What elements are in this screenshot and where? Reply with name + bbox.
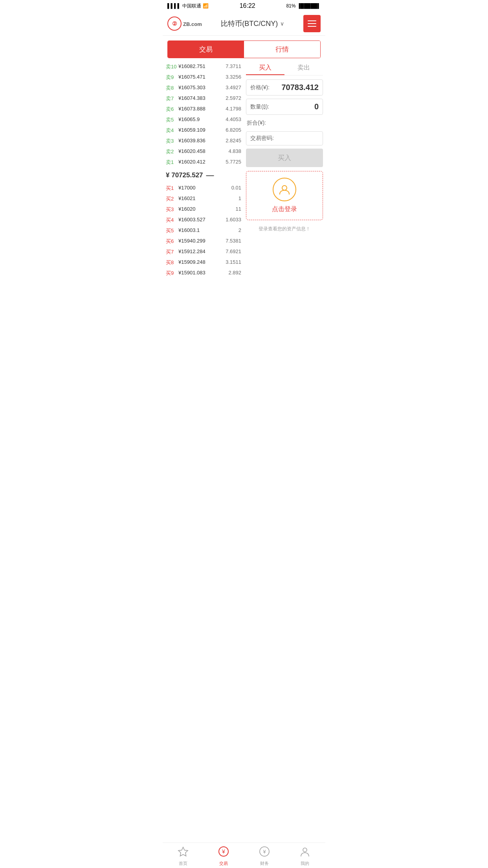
buy-order-row: 买1 ¥17000 0.01 xyxy=(165,183,242,193)
password-field[interactable]: 交易密码: xyxy=(246,131,323,145)
buy-label: 买4 xyxy=(166,217,177,224)
sell-price: ¥16059.109 xyxy=(177,127,226,134)
sell-order-row: 卖6 ¥16073.888 4.1798 xyxy=(165,104,242,114)
sell-price: ¥16073.888 xyxy=(177,106,226,113)
battery-percent: 81% xyxy=(286,3,295,9)
buy-amount: 0.01 xyxy=(231,185,241,192)
sell-price: ¥16039.836 xyxy=(177,138,226,145)
svg-point-0 xyxy=(282,186,287,190)
signal-icon: ▌▌▌▌ xyxy=(167,3,181,9)
sell-label: 卖8 xyxy=(166,85,177,92)
buy-price: ¥16003.1 xyxy=(177,227,238,234)
sell-amount: 6.8205 xyxy=(226,127,241,134)
buy-amount: 2.892 xyxy=(228,270,241,277)
buy-label: 买1 xyxy=(166,185,177,192)
sell-amount: 5.7725 xyxy=(226,159,241,166)
buy-label: 买7 xyxy=(166,248,177,256)
chevron-down-icon: ∨ xyxy=(280,20,284,27)
buy-price: ¥16020 xyxy=(177,206,236,213)
sell-order-row: 卖10 ¥16082.751 7.3711 xyxy=(165,61,242,72)
buy-price: ¥15912.284 xyxy=(177,248,226,256)
sell-order-row: 卖9 ¥16075.471 3.3256 xyxy=(165,72,242,83)
sell-label: 卖7 xyxy=(166,95,177,102)
status-time: 16:22 xyxy=(240,2,255,9)
status-left: ▌▌▌▌ 中国联通 📶 xyxy=(167,3,209,9)
menu-button[interactable] xyxy=(303,15,321,32)
menu-line xyxy=(308,20,316,21)
logo-icon: ② xyxy=(167,17,182,31)
logo: ② ZB.com xyxy=(167,17,202,31)
amount-value: 0 xyxy=(314,102,319,111)
buy-label: 买8 xyxy=(166,259,177,266)
price-value: 70783.412 xyxy=(281,83,319,92)
amount-label: 数量(₿): xyxy=(250,103,269,110)
buy-label: 买5 xyxy=(166,227,177,234)
sell-order-row: 卖2 ¥16020.458 4.838 xyxy=(165,146,242,157)
buy-order-row: 买2 ¥16021 1 xyxy=(165,193,242,204)
buy-amount: 3.1511 xyxy=(226,259,241,266)
sell-label: 卖2 xyxy=(166,148,177,155)
app-header: ② ZB.com 比特币(BTC/CNY) ∨ xyxy=(163,12,325,36)
sell-price: ¥16020.412 xyxy=(177,159,226,166)
buy-order-row: 买6 ¥15940.299 7.5381 xyxy=(165,236,242,246)
password-label: 交易密码: xyxy=(250,135,274,142)
sell-amount: 2.8245 xyxy=(226,138,241,145)
buy-price: ¥15901.083 xyxy=(177,270,228,277)
current-price: ¥ 70725.527 xyxy=(166,171,203,179)
sell-price: ¥16075.303 xyxy=(177,85,226,92)
battery-icon: ▐█████▌ xyxy=(297,3,321,9)
trade-panel: 买入 卖出 价格(¥): 70783.412 数量(₿): 0 折合(¥): 交… xyxy=(244,61,323,278)
buy-order-row: 买8 ¥15909.248 3.1511 xyxy=(165,257,242,268)
status-right: 81% ▐█████▌ xyxy=(286,3,321,9)
market-title[interactable]: 比特币(BTC/CNY) ∨ xyxy=(221,19,284,28)
tab-trade[interactable]: 交易 xyxy=(168,41,244,58)
total-label: 折合(¥): xyxy=(247,120,266,127)
buy-button[interactable]: 买入 xyxy=(246,149,323,167)
sell-label: 卖9 xyxy=(166,74,177,81)
sell-price: ¥16074.383 xyxy=(177,95,226,102)
login-box[interactable]: 点击登录 xyxy=(246,171,323,220)
menu-line xyxy=(308,26,316,27)
buy-amount: 1.6033 xyxy=(226,217,241,224)
buy-order-row: 买3 ¥16020 11 xyxy=(165,204,242,215)
buy-orders: 买1 ¥17000 0.01 买2 ¥16021 1 买3 ¥16020 11 … xyxy=(165,183,242,278)
sell-label: 卖3 xyxy=(166,138,177,145)
amount-field[interactable]: 数量(₿): 0 xyxy=(246,99,323,115)
menu-line xyxy=(308,23,316,24)
buy-label: 买2 xyxy=(166,195,177,202)
login-button-text[interactable]: 点击登录 xyxy=(272,205,297,213)
sell-amount: 4.1798 xyxy=(226,106,241,113)
tab-market[interactable]: 行情 xyxy=(244,41,320,58)
sell-price: ¥16082.751 xyxy=(177,63,226,70)
sell-label: 卖1 xyxy=(166,159,177,166)
buy-amount: 11 xyxy=(236,206,241,213)
price-field[interactable]: 价格(¥): 70783.412 xyxy=(246,79,323,96)
status-bar: ▌▌▌▌ 中国联通 📶 16:22 81% ▐█████▌ xyxy=(163,0,325,12)
main-tabs: 交易 行情 xyxy=(167,40,321,58)
sell-label: 卖6 xyxy=(166,106,177,113)
current-price-row: ¥ 70725.527 — xyxy=(165,167,242,183)
sell-label: 卖5 xyxy=(166,116,177,123)
buy-price: ¥16003.527 xyxy=(177,217,226,224)
sell-amount: 3.4927 xyxy=(226,85,241,92)
sell-amount: 7.3711 xyxy=(226,63,241,70)
buy-amount: 2 xyxy=(238,227,241,234)
buy-price: ¥16021 xyxy=(177,195,238,202)
buy-price: ¥15909.248 xyxy=(177,259,226,266)
total-row: 折合(¥): xyxy=(246,118,323,128)
sell-amount: 2.5972 xyxy=(226,95,241,102)
login-sub-text: 登录查看您的资产信息！ xyxy=(246,223,323,232)
sell-price: ¥16065.9 xyxy=(177,116,226,123)
tab-sell[interactable]: 卖出 xyxy=(284,61,323,75)
person-icon xyxy=(278,183,291,196)
wifi-icon: 📶 xyxy=(203,3,209,9)
buy-label: 买3 xyxy=(166,206,177,213)
sell-amount: 4.4053 xyxy=(226,116,241,123)
sell-amount: 3.3256 xyxy=(226,74,241,81)
tab-buy[interactable]: 买入 xyxy=(246,61,284,75)
buy-label: 买6 xyxy=(166,238,177,245)
carrier-name: 中国联通 xyxy=(182,3,201,9)
sell-label: 卖10 xyxy=(166,63,177,70)
buy-amount: 1 xyxy=(238,195,241,202)
sell-order-row: 卖1 ¥16020.412 5.7725 xyxy=(165,157,242,167)
